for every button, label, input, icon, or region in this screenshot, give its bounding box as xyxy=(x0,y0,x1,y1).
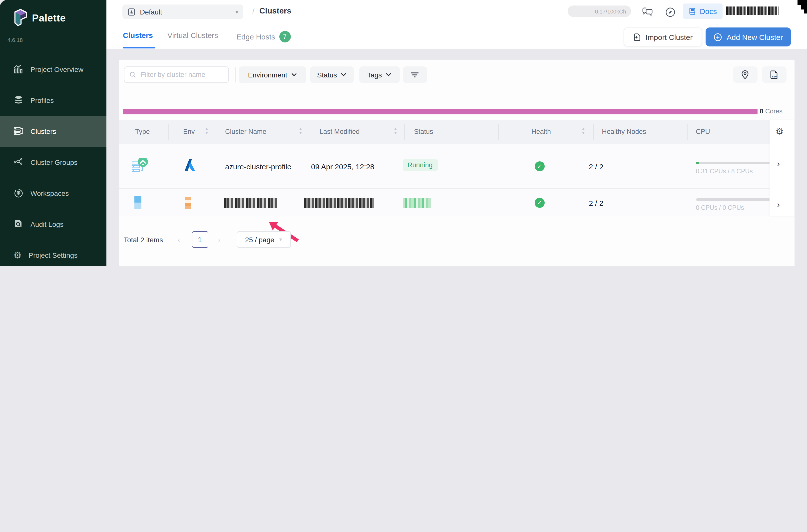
gear-icon: ⚙ xyxy=(14,251,21,260)
col-type: Type xyxy=(135,128,150,135)
tags-filter-dropdown[interactable]: Tags xyxy=(359,66,399,83)
sidebar-item-cluster-groups[interactable]: Cluster Groups xyxy=(0,147,107,178)
project-scope-icon xyxy=(127,8,135,16)
redacted-user-info xyxy=(726,6,779,15)
col-cluster-name: Cluster Name xyxy=(225,128,266,135)
usage-badge: 0.17/100kCh xyxy=(568,5,631,17)
redaction-block xyxy=(797,0,807,5)
environment-filter-dropdown[interactable]: Environment xyxy=(239,66,306,83)
status-filter-label: Status xyxy=(317,71,337,79)
audit-log-icon xyxy=(14,218,23,230)
table-header: Type Env ▲▼ Cluster Name ▲▼ Last Modifie… xyxy=(119,120,794,144)
chevron-down-icon xyxy=(341,73,346,76)
sidebar-item-workspaces[interactable]: Workspaces xyxy=(0,178,107,209)
clusters-table-card: Environment Status Tags xyxy=(119,60,794,266)
tab-virtual-clusters[interactable]: Virtual Clusters xyxy=(167,31,218,39)
row-expand-chevron[interactable]: › xyxy=(777,200,780,210)
network-nodes-icon xyxy=(14,157,23,168)
sidebar-item-label: Clusters xyxy=(31,127,56,135)
tab-clusters[interactable]: Clusters xyxy=(123,31,153,39)
project-selector[interactable]: Default ▾ xyxy=(123,4,243,19)
redacted-cluster-name xyxy=(224,198,277,208)
search-input[interactable] xyxy=(140,71,223,79)
status-filter-dropdown[interactable]: Status xyxy=(310,66,354,83)
health-ok-icon: ✓ xyxy=(534,198,544,208)
cpu-usage-label: 0 CPUs / 0 CPUs xyxy=(696,204,744,211)
feedback-chat-icon[interactable] xyxy=(641,5,654,18)
sort-cluster-name[interactable]: ▲▼ xyxy=(299,127,303,135)
sidebar-item-label: Profiles xyxy=(31,96,54,104)
page-size-value: 25 / page xyxy=(245,235,274,244)
sort-last-modified[interactable]: ▲▼ xyxy=(394,127,397,135)
import-cluster-button[interactable]: Import Cluster xyxy=(624,27,702,46)
cluster-profile-type-icon xyxy=(132,158,149,177)
filter-divider xyxy=(235,68,236,82)
sort-health[interactable]: ▲▼ xyxy=(581,127,585,135)
cores-value: 8 xyxy=(760,108,763,115)
map-view-button[interactable] xyxy=(733,66,757,83)
more-filters-button[interactable] xyxy=(402,66,427,83)
col-cpu: CPU xyxy=(696,128,710,135)
table-row-azure-cluster-profile[interactable]: azure-cluster-profile 09 Apr 2025, 12:28… xyxy=(119,144,770,189)
sidebar-item-audit-logs[interactable]: Audit Logs xyxy=(0,209,107,240)
sidebar-item-label: Project Overview xyxy=(31,65,83,73)
health-ok-icon: ✓ xyxy=(534,162,544,171)
cluster-servers-icon xyxy=(14,126,23,137)
clusters-page: Environment Status Tags xyxy=(107,49,807,266)
filter-lines-icon xyxy=(411,71,419,78)
sidebar-item-label: Project Settings xyxy=(29,251,77,259)
page-size-select[interactable]: 25 / page ▾ xyxy=(237,231,290,248)
explore-compass-icon[interactable] xyxy=(663,5,677,18)
redacted-type-icon xyxy=(134,196,141,209)
export-csv-button[interactable]: csv xyxy=(762,66,786,83)
col-health: Health xyxy=(531,128,551,135)
pagination-next-chevron[interactable]: › xyxy=(218,236,220,244)
sidebar-item-profiles[interactable]: Profiles xyxy=(0,85,107,116)
last-modified-cell: 09 Apr 2025, 12:28 xyxy=(311,162,375,171)
cluster-name-cell[interactable]: azure-cluster-profile xyxy=(225,162,291,171)
col-status: Status xyxy=(414,128,433,135)
palette-logo-icon xyxy=(13,9,28,27)
sidebar-nav: Project Overview Profiles xyxy=(0,54,107,266)
table-actions-column: ⚙ › › xyxy=(770,120,794,216)
location-pin-icon xyxy=(741,70,749,79)
pagination-prev-chevron[interactable]: ‹ xyxy=(177,236,180,244)
sidebar-item-label: Workspaces xyxy=(31,189,69,197)
table-row-redacted[interactable]: ✓ 2 / 2 0 CPUs / 0 CPUs xyxy=(119,189,770,216)
svg-text:csv: csv xyxy=(772,75,777,78)
redaction-block xyxy=(801,5,807,10)
sort-env[interactable]: ▲▼ xyxy=(205,127,209,135)
table-settings-gear-icon[interactable]: ⚙ xyxy=(775,126,784,137)
breadcrumb-current: Clusters xyxy=(259,6,291,16)
redacted-env-icon xyxy=(185,197,191,209)
environment-filter-label: Environment xyxy=(248,71,287,79)
sidebar-item-clusters[interactable]: Clusters xyxy=(0,116,107,147)
sidebar-item-label: Cluster Groups xyxy=(31,158,77,166)
plus-circle-icon xyxy=(714,33,722,41)
sidebar: Palette 4.6.18 Project Overview xyxy=(0,0,107,266)
chevron-down-icon xyxy=(386,73,392,76)
top-bar: Default ▾ / Clusters 0.17/100kCh Docs xyxy=(107,0,807,23)
import-file-icon xyxy=(633,33,641,41)
chevron-down-icon: ▾ xyxy=(236,8,238,15)
healthy-nodes-cell: 2 / 2 xyxy=(582,199,610,207)
cpu-usage-bar xyxy=(696,198,770,201)
row-expand-chevron[interactable]: › xyxy=(777,159,780,169)
tab-edge-hosts[interactable]: Edge Hosts 7 xyxy=(236,31,290,42)
add-new-cluster-button[interactable]: Add New Cluster xyxy=(706,27,791,46)
tab-clusters-label: Clusters xyxy=(123,31,153,39)
cpu-usage-label: 0.31 CPUs / 8 CPUs xyxy=(696,168,753,175)
import-cluster-label: Import Cluster xyxy=(645,33,693,41)
sidebar-item-project-settings[interactable]: ⚙ Project Settings xyxy=(0,240,107,266)
docs-link[interactable]: Docs xyxy=(683,3,722,19)
azure-env-icon xyxy=(184,158,195,174)
active-tab-underline xyxy=(123,47,155,49)
bar-chart-icon xyxy=(14,64,23,75)
docs-label: Docs xyxy=(700,7,717,16)
pagination-page-1[interactable]: 1 xyxy=(192,231,208,248)
breadcrumb-separator: / xyxy=(252,6,255,16)
version-label: 4.6.18 xyxy=(7,37,23,43)
search-icon xyxy=(129,71,136,78)
cpu-usage-bar xyxy=(696,162,770,164)
sidebar-item-project-overview[interactable]: Project Overview xyxy=(0,54,107,85)
